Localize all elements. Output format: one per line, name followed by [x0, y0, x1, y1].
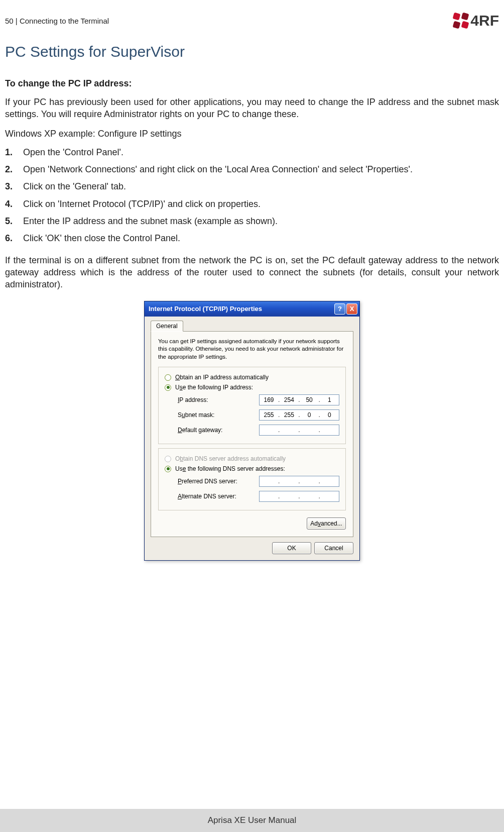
radio-label: Obtain DNS server address automatically: [175, 455, 286, 462]
ip-address-label: IP address:: [178, 396, 208, 403]
header-sep: |: [14, 17, 20, 25]
radio-label: Use the following IP address:: [175, 384, 253, 391]
cancel-button[interactable]: Cancel: [314, 542, 353, 554]
radio-obtain-dns: Obtain DNS server address automatically: [165, 454, 339, 464]
default-gateway-input[interactable]: . . .: [259, 425, 339, 436]
page-header: 50 | Connecting to the Terminal 4RF: [5, 12, 499, 29]
ip-fieldset: Obtain an IP address automatically Use t…: [158, 367, 346, 444]
step-item: Click on the 'General' tab.: [5, 178, 499, 195]
radio-icon: [165, 374, 171, 381]
brand-logo: 4RF: [453, 12, 499, 29]
tab-general[interactable]: General: [151, 321, 183, 332]
preferred-dns-input[interactable]: . . .: [259, 476, 339, 487]
dialog-titlebar[interactable]: Internet Protocol (TCP/IP) Properties ? …: [145, 301, 359, 317]
close-icon: X: [350, 305, 354, 313]
step-item: Open 'Network Connections' and right cli…: [5, 161, 499, 178]
default-gateway-label: Default gateway:: [178, 427, 222, 434]
alternate-dns-input[interactable]: . . .: [259, 491, 339, 502]
tcpip-properties-dialog: Internet Protocol (TCP/IP) Properties ? …: [144, 301, 360, 561]
page-title: PC Settings for SuperVisor: [5, 43, 499, 60]
radio-icon-disabled: [165, 456, 171, 462]
step-item: Enter the IP address and the subnet mask…: [5, 213, 499, 230]
preferred-dns-label: Preferred DNS server:: [178, 478, 237, 485]
radio-label: Use the following DNS server addresses:: [175, 465, 285, 472]
ip-address-input[interactable]: 169. 254. 50. 1: [259, 394, 339, 405]
header-section: Connecting to the Terminal: [20, 17, 109, 25]
intro-paragraph-1: If your PC has previously been used for …: [5, 96, 499, 121]
page-number: 50: [5, 17, 14, 25]
radio-obtain-ip[interactable]: Obtain an IP address automatically: [165, 372, 339, 382]
step-item: Click on 'Internet Protocol (TCP/IP)' an…: [5, 195, 499, 213]
radio-icon-selected: [165, 466, 171, 472]
footer-text: Aprisa XE User Manual: [208, 815, 297, 825]
subnet-mask-label: Subnet mask:: [178, 411, 214, 419]
radio-use-dns[interactable]: Use the following DNS server addresses:: [165, 464, 339, 474]
alternate-dns-label: Alternate DNS server:: [178, 493, 236, 500]
dns-fieldset: Obtain DNS server address automatically …: [158, 448, 346, 510]
lead-heading: To change the PC IP address:: [5, 78, 499, 89]
advanced-button[interactable]: Advanced...: [307, 517, 346, 530]
dialog-note: You can get IP settings assigned automat…: [158, 338, 346, 361]
help-button[interactable]: ?: [334, 303, 345, 315]
step-item: Click 'OK' then close the Control Panel.: [5, 230, 499, 247]
radio-icon-selected: [165, 384, 171, 391]
help-icon: ?: [338, 305, 342, 313]
logo-text: 4RF: [470, 12, 499, 29]
intro-paragraph-2: Windows XP example: Configure IP setting…: [5, 128, 499, 140]
dialog-title: Internet Protocol (TCP/IP) Properties: [149, 305, 262, 313]
subnet-mask-input[interactable]: 255. 255. 0. 0: [259, 409, 339, 421]
page-footer: Aprisa XE User Manual: [0, 809, 504, 832]
note-paragraph: If the terminal is on a different subnet…: [5, 254, 499, 291]
logo-icon: [453, 13, 468, 28]
close-button[interactable]: X: [346, 303, 357, 315]
radio-label: Obtain an IP address automatically: [175, 374, 269, 381]
steps-list: Open the 'Control Panel'. Open 'Network …: [5, 144, 499, 247]
ok-button[interactable]: OK: [272, 542, 311, 554]
header-crumb: 50 | Connecting to the Terminal: [5, 17, 109, 25]
radio-use-ip[interactable]: Use the following IP address:: [165, 382, 339, 392]
step-item: Open the 'Control Panel'.: [5, 144, 499, 161]
